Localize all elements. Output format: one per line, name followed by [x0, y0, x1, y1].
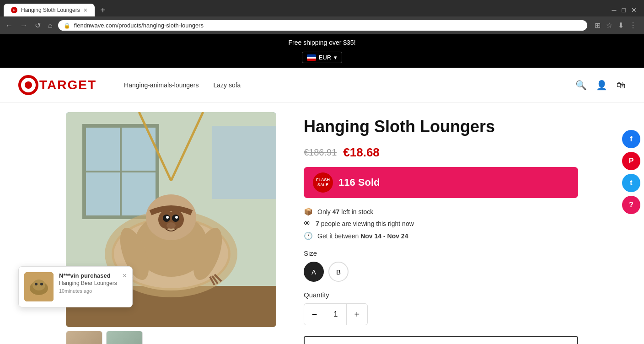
product-page: Hanging Sloth Loungers €186.91 €18.68 FL…: [48, 103, 596, 344]
url-text: fiendnwave.com/products/hanging-sloth-lo…: [74, 22, 204, 29]
size-a-button[interactable]: A: [304, 262, 324, 282]
stock-number: 47: [333, 208, 340, 215]
facebook-icon: f: [630, 135, 632, 143]
pinterest-icon: P: [629, 157, 634, 165]
site-header: TARGET Hanging-animals-loungers Lazy sof…: [0, 68, 644, 103]
window-controls: ─ □ ✕: [608, 6, 640, 14]
maximize-button[interactable]: □: [622, 6, 626, 14]
notification-time: 10minutes ago: [59, 288, 117, 294]
product-title: Hanging Sloth Loungers: [304, 117, 578, 136]
clock-icon: 🕐: [304, 231, 313, 240]
notification-close-button[interactable]: ×: [123, 272, 127, 280]
chat-button[interactable]: ?: [622, 196, 640, 214]
extensions-icon[interactable]: ⊞: [595, 21, 601, 30]
svg-point-35: [40, 283, 43, 285]
viewers-text: 7 people are viewing this right now: [316, 220, 414, 227]
account-icon: 👤: [596, 80, 607, 90]
minimize-button[interactable]: ─: [612, 6, 617, 14]
price-row: €186.91 €18.68: [304, 145, 578, 160]
svg-point-33: [32, 280, 45, 290]
thumbnail-2[interactable]: [106, 331, 143, 344]
target-icon: [18, 75, 38, 95]
quantity-control: − 1 +: [304, 303, 368, 325]
viewers-number: 7: [316, 220, 319, 227]
settings-icon[interactable]: ⋮: [629, 21, 637, 30]
social-sidebar: f P t ?: [618, 126, 644, 218]
account-button[interactable]: 👤: [596, 80, 607, 91]
twitter-icon: t: [630, 179, 632, 187]
site-logo[interactable]: TARGET: [18, 75, 97, 95]
currency-code: EUR: [319, 54, 331, 61]
thumbnail-1[interactable]: [66, 331, 102, 344]
nav-lazy-sofa[interactable]: Lazy sofa: [213, 81, 241, 89]
tab-close-button[interactable]: ×: [84, 6, 87, 14]
delivery-row: 🕐 Get it between Nov 14 - Nov 24: [304, 231, 578, 240]
active-tab[interactable]: H Hanging Sloth Loungers ×: [4, 4, 95, 16]
shipping-text: Free shipping over $35!: [5, 39, 639, 46]
size-b-button[interactable]: B: [328, 262, 349, 282]
logo-text: TARGET: [39, 78, 97, 92]
product-info: Hanging Sloth Loungers €186.91 €18.68 FL…: [304, 112, 578, 344]
original-price: €186.91: [304, 147, 337, 158]
eye-icon: 👁: [304, 220, 311, 228]
browser-toolbar: ← → ↺ ⌂ 🔒 fiendnwave.com/products/hangin…: [0, 16, 644, 34]
svg-point-21: [175, 216, 178, 219]
back-button[interactable]: ←: [4, 20, 15, 32]
pinterest-share-button[interactable]: P: [622, 152, 640, 170]
thumbnail-strip: [66, 331, 276, 344]
size-options: A B: [304, 262, 578, 282]
quantity-increase-button[interactable]: +: [347, 304, 367, 325]
target-outer-ring: [18, 75, 38, 95]
svg-point-20: [166, 216, 169, 219]
forward-button[interactable]: →: [18, 20, 29, 32]
dropdown-arrow-icon: ▾: [334, 54, 337, 61]
notification-product: Hanging Bear Loungers: [59, 280, 117, 286]
cart-icon: 🛍: [617, 80, 626, 90]
notification-content: N***vin purchased Hanging Bear Loungers …: [59, 272, 117, 294]
delivery-dates: Nov 14 - Nov 24: [360, 232, 408, 240]
home-button[interactable]: ⌂: [46, 20, 54, 32]
size-section: Size A B: [304, 249, 578, 282]
downloads-icon[interactable]: ⬇: [618, 21, 624, 30]
toolbar-right-icons: ⊞ ☆ ⬇ ⋮: [591, 21, 640, 30]
product-images: [66, 112, 276, 344]
nav-hanging-animals[interactable]: Hanging-animals-loungers: [124, 81, 199, 89]
chat-icon: ?: [629, 201, 633, 209]
tab-favicon: H: [11, 7, 17, 13]
size-label: Size: [304, 249, 578, 257]
flash-sale-icon: FLASH SALE: [313, 172, 333, 193]
new-tab-button[interactable]: +: [97, 5, 109, 16]
add-to-cart-button[interactable]: ADD TO CART: [304, 336, 578, 344]
target-logo: TARGET: [18, 75, 97, 95]
stock-row: 📦 Only 47 left in stock: [304, 207, 578, 216]
stock-text: Only 47 left in stock: [317, 208, 373, 215]
header-icons: 🔍 👤 🛍: [575, 80, 626, 91]
lock-icon: 🔒: [64, 22, 70, 29]
address-bar[interactable]: 🔒 fiendnwave.com/products/hanging-sloth-…: [58, 20, 587, 31]
svg-rect-5: [212, 126, 276, 199]
facebook-share-button[interactable]: f: [622, 130, 640, 148]
quantity-decrease-button[interactable]: −: [304, 304, 325, 325]
cart-button[interactable]: 🛍: [617, 80, 626, 91]
sale-price: €18.68: [343, 145, 380, 160]
delivery-text: Get it between Nov 14 - Nov 24: [317, 232, 408, 240]
quantity-value: 1: [325, 304, 346, 325]
currency-selector[interactable]: EUR ▾: [302, 52, 342, 63]
search-icon: 🔍: [575, 80, 587, 90]
refresh-button[interactable]: ↺: [33, 19, 43, 32]
quantity-section: Quantity − 1 +: [304, 291, 578, 325]
close-window-button[interactable]: ✕: [631, 6, 637, 14]
top-banner: Free shipping over $35! EUR ▾: [0, 34, 644, 68]
eu-flag: [307, 54, 316, 61]
search-button[interactable]: 🔍: [575, 80, 587, 91]
tab-title: Hanging Sloth Loungers: [21, 7, 80, 13]
notification-popup: N***vin purchased Hanging Bear Loungers …: [18, 266, 133, 307]
viewers-row: 👁 7 people are viewing this right now: [304, 220, 578, 228]
stock-info: 📦 Only 47 left in stock 👁 7 people are v…: [304, 207, 578, 240]
flash-sale-count: 116 Sold: [338, 177, 380, 188]
twitter-share-button[interactable]: t: [622, 174, 640, 192]
flash-sale-badge: FLASH SALE 116 Sold: [304, 167, 578, 198]
main-navigation: Hanging-animals-loungers Lazy sofa: [124, 81, 241, 89]
browser-chrome: H Hanging Sloth Loungers × + ─ □ ✕ ← → ↺…: [0, 0, 644, 34]
bookmark-icon[interactable]: ☆: [606, 21, 612, 30]
